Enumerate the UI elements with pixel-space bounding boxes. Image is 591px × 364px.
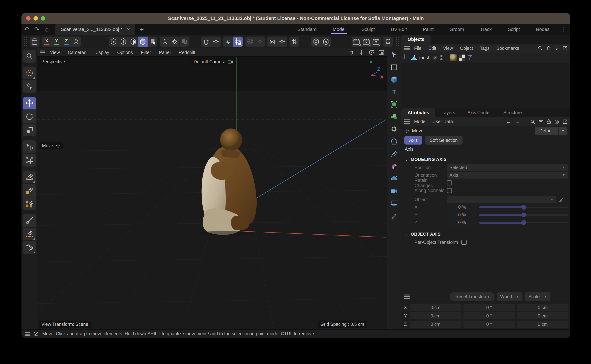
model-mode-button[interactable] — [138, 37, 148, 47]
multi-object-move-tool[interactable] — [23, 154, 36, 167]
viewport-menu-filter[interactable]: Filter — [138, 50, 154, 55]
generator-gear-icon[interactable] — [389, 124, 399, 134]
object-row-mesh[interactable]: mesh — [401, 53, 570, 63]
objects-menu-edit[interactable]: Edit — [425, 46, 439, 51]
history-forward-icon[interactable]: → — [515, 118, 520, 125]
quantize-button[interactable]: # — [223, 37, 233, 47]
lock-x-axis-button[interactable]: X — [42, 37, 52, 47]
home-icon[interactable] — [546, 46, 551, 51]
objects-menu-view[interactable]: View — [440, 46, 456, 51]
layout-tab-sculpt[interactable]: Sculpt — [353, 24, 383, 35]
search-icon[interactable] — [530, 119, 535, 124]
viewport-menu-cameras[interactable]: Cameras — [65, 50, 90, 55]
objects-menu-bookmarks[interactable]: Bookmarks — [493, 46, 522, 51]
filter-icon[interactable] — [555, 46, 559, 50]
layout-tab-nodes[interactable]: Nodes — [528, 24, 558, 35]
position-z-field[interactable]: 0 cm — [410, 321, 461, 328]
sketch-spline-tool[interactable] — [23, 184, 36, 197]
layout-tab-uvedit[interactable]: UV Edit — [383, 24, 415, 35]
render-view-button[interactable] — [352, 37, 361, 47]
tab-layers[interactable]: Layers — [435, 108, 461, 117]
rotation-y-field[interactable]: 0 ° — [464, 312, 515, 319]
workplane-button[interactable] — [30, 37, 40, 47]
scale-z-field[interactable]: 0 cm — [517, 321, 568, 328]
selection-settings-tool[interactable] — [23, 80, 36, 93]
edges-mode-button[interactable] — [119, 37, 128, 47]
slider-knob[interactable] — [521, 205, 526, 210]
tweak-settings-gear-icon[interactable] — [170, 37, 179, 47]
camera-label[interactable]: Default Camera — [191, 58, 236, 65]
home-button[interactable]: ⌂ — [42, 24, 52, 35]
position-dropdown[interactable]: Selected▼ — [447, 164, 568, 171]
palette-drag-handle[interactable] — [396, 37, 399, 46]
scale-tool[interactable] — [23, 124, 36, 136]
dolly-view-icon[interactable] — [359, 50, 364, 55]
reset-transform-button[interactable]: Reset Transform — [450, 292, 494, 301]
per-object-transform-checkbox[interactable] — [461, 240, 466, 245]
close-tab-icon[interactable]: × — [127, 26, 130, 32]
annotate-pencil-icon[interactable] — [389, 211, 399, 220]
lock-icon[interactable] — [547, 119, 551, 124]
duplicate-mode-button[interactable] — [179, 37, 189, 47]
eyedropper-icon[interactable] — [559, 197, 564, 202]
layout-overflow-button[interactable]: ⋮ — [558, 24, 570, 35]
object-name[interactable]: mesh — [419, 55, 430, 60]
maximize-view-icon[interactable] — [379, 50, 384, 55]
select-add-icon[interactable] — [389, 50, 399, 60]
object-manager-menu-icon[interactable] — [404, 46, 410, 50]
falloff-button[interactable] — [245, 37, 255, 47]
objects-menu-tags[interactable]: Tags — [477, 46, 492, 51]
attributes-menu-userdata[interactable]: User Data — [430, 119, 456, 124]
viewport[interactable]: View Cameras Display Options Filter Pane… — [37, 48, 387, 330]
document-tab[interactable]: Scaniverse_2..._113332.obj * × — [55, 24, 135, 35]
points-mode-button[interactable] — [109, 37, 119, 47]
subtab-soft-selection[interactable]: Soft Selection — [425, 136, 462, 144]
transform-menu-icon[interactable] — [404, 294, 410, 299]
viewport-menu-options[interactable]: Options — [114, 50, 136, 55]
filter-icon[interactable] — [538, 120, 543, 124]
lock-y-axis-button[interactable]: Y — [52, 37, 61, 47]
space-dropdown[interactable]: World▼ — [497, 292, 523, 301]
tab-axis-center[interactable]: Axis Center — [461, 108, 497, 117]
object-link-field[interactable]: ▼ — [447, 196, 556, 203]
new-tab-button[interactable]: + — [135, 24, 148, 35]
coordinate-system-button[interactable] — [71, 37, 81, 47]
modeling-settings-button[interactable] — [311, 37, 321, 47]
tweak-move-tool[interactable] — [23, 140, 36, 153]
object-tree-area[interactable] — [401, 63, 570, 108]
viewport-canvas[interactable]: Perspective Default Camera Y Z — [37, 56, 387, 330]
visibility-dots-toggle[interactable] — [440, 55, 443, 61]
toolbar-drag-handle[interactable] — [23, 37, 27, 46]
layout-tab-groom[interactable]: Groom — [442, 24, 472, 35]
redo-button[interactable]: ↷ — [32, 24, 42, 35]
rotation-x-field[interactable]: 0 ° — [464, 304, 515, 311]
spline-pen-tool[interactable] — [23, 170, 36, 183]
polygon-pen-tool[interactable] — [23, 197, 36, 210]
layout-tab-script[interactable]: Script — [500, 24, 528, 35]
quantize-lock-button[interactable] — [233, 37, 243, 47]
symmetry-settings-gear-icon[interactable] — [277, 37, 287, 47]
zoom-tool[interactable] — [23, 50, 36, 63]
modeling-axis-group-header[interactable]: ⌄ MODELING AXIS — [401, 155, 570, 164]
object-axis-group-header[interactable]: ⌄ OBJECT AXIS — [401, 230, 570, 239]
viewport-menu-redshift[interactable]: Redshift — [175, 50, 199, 55]
position-y-field[interactable]: 0 cm — [410, 312, 461, 319]
line-cut-tool[interactable] — [23, 228, 36, 240]
spline-pen-icon[interactable] — [389, 149, 399, 159]
render-settings-button[interactable] — [371, 37, 381, 47]
rotation-z-field[interactable]: 0 ° — [464, 321, 515, 328]
array-generator-icon[interactable] — [389, 112, 399, 122]
viewport-menu-view[interactable]: View — [47, 50, 63, 55]
status-menu-icon[interactable] — [25, 332, 30, 336]
z-slider[interactable] — [479, 219, 568, 226]
preset-dropdown-arrow-icon[interactable]: ▼ — [558, 127, 567, 135]
objects-menu-file[interactable]: File — [411, 46, 424, 51]
y-slider[interactable] — [479, 212, 568, 218]
layout-tab-track[interactable]: Track — [472, 24, 500, 35]
phong-tag-icon[interactable] — [467, 55, 472, 61]
brush-tool[interactable] — [23, 214, 36, 227]
z-value-field[interactable]: 0 % — [447, 219, 477, 226]
rotate-view-icon[interactable] — [368, 50, 374, 55]
modeling-axis-button[interactable]: A — [321, 37, 331, 47]
tab-structure[interactable]: Structure — [497, 108, 528, 117]
